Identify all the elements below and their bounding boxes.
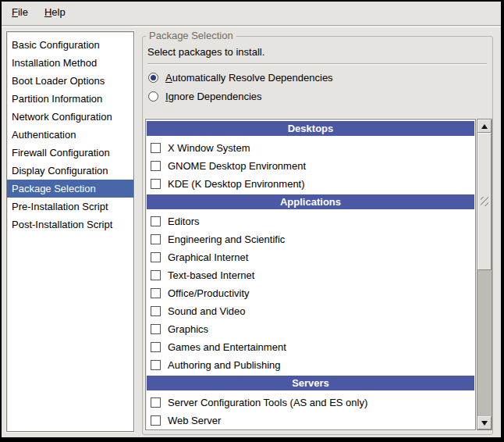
sidebar-item-package-selection[interactable]: Package Selection xyxy=(7,180,133,198)
package-selection-frame: Package Selection Select packages to ins… xyxy=(142,36,493,435)
package-label: Server Configuration Tools (AS and ES on… xyxy=(168,397,367,408)
package-row-graphical-internet[interactable]: Graphical Internet xyxy=(146,248,475,266)
sidebar-item-network-configuration[interactable]: Network Configuration xyxy=(7,108,133,126)
sidebar-item-display-configuration[interactable]: Display Configuration xyxy=(7,162,133,180)
checkbox-icon[interactable] xyxy=(151,143,161,153)
radio-button-icon[interactable] xyxy=(148,73,158,83)
package-row-gnome-desktop-environment[interactable]: GNOME Desktop Environment xyxy=(146,157,475,175)
package-row-sound-and-video[interactable]: Sound and Video xyxy=(146,302,475,320)
package-row-x-window-system[interactable]: X Window System xyxy=(146,139,475,157)
package-label: Authoring and Publishing xyxy=(168,359,281,371)
sidebar-item-partition-information[interactable]: Partition Information xyxy=(7,90,133,108)
package-label: Games and Entertainment xyxy=(168,341,286,353)
menu-file[interactable]: File xyxy=(5,2,37,25)
package-label: Graphical Internet xyxy=(168,251,248,263)
down-arrow-icon xyxy=(481,421,488,426)
radio-button-icon[interactable] xyxy=(148,91,158,102)
kickstart-configurator-window: FileHelp Basic ConfigurationInstallation… xyxy=(0,0,504,442)
package-label: Graphics xyxy=(168,323,208,335)
package-label: X Window System xyxy=(168,142,250,154)
package-label: Text-based Internet xyxy=(168,269,254,281)
package-row-editors[interactable]: Editors xyxy=(146,212,475,230)
package-row-games-and-entertainment[interactable]: Games and Entertainment xyxy=(146,338,475,356)
vertical-scrollbar[interactable] xyxy=(477,119,492,430)
checkbox-icon[interactable] xyxy=(151,270,161,280)
horizontal-separator xyxy=(147,63,487,65)
package-label: Web Server xyxy=(168,415,221,426)
scroll-up-button[interactable] xyxy=(477,119,492,133)
scrollbar-grip-icon xyxy=(481,197,488,206)
menu-help[interactable]: Help xyxy=(37,2,75,25)
checkbox-icon[interactable] xyxy=(151,360,161,370)
checkbox-icon[interactable] xyxy=(151,234,161,244)
section-header-desktops: Desktops xyxy=(147,121,474,136)
menu-bar-separator xyxy=(2,25,501,27)
checkbox-icon[interactable] xyxy=(151,216,161,226)
package-row-graphics[interactable]: Graphics xyxy=(146,320,475,338)
scroll-down-button[interactable] xyxy=(477,416,492,430)
package-label: Sound and Video xyxy=(168,305,246,317)
checkbox-icon[interactable] xyxy=(151,324,161,334)
package-row-text-based-internet[interactable]: Text-based Internet xyxy=(146,266,475,284)
radio-label: Ignore Dependencies xyxy=(165,91,262,102)
section-header-row: Desktops xyxy=(146,121,475,139)
package-label: Office/Productivity xyxy=(168,287,250,299)
package-label: KDE (K Desktop Environment) xyxy=(168,178,305,190)
checkbox-icon[interactable] xyxy=(151,288,161,298)
sidebar-item-post-installation-script[interactable]: Post-Installation Script xyxy=(7,216,133,233)
radio-label: Automatically Resolve Dependencies xyxy=(165,72,333,84)
package-row-authoring-and-publishing[interactable]: Authoring and Publishing xyxy=(146,356,475,374)
checkbox-icon[interactable] xyxy=(151,161,161,171)
package-group-list: DesktopsX Window SystemGNOME Desktop Env… xyxy=(145,119,476,430)
menu-bar: FileHelp xyxy=(2,2,501,25)
sidebar-item-boot-loader-options[interactable]: Boot Loader Options xyxy=(7,72,133,90)
checkbox-icon[interactable] xyxy=(151,342,161,352)
package-row-server-configuration-tools-as-and-es-only-[interactable]: Server Configuration Tools (AS and ES on… xyxy=(146,394,475,412)
sidebar-item-installation-method[interactable]: Installation Method xyxy=(7,54,133,72)
sidebar-item-basic-configuration[interactable]: Basic Configuration xyxy=(7,36,133,54)
package-label: Editors xyxy=(168,216,199,227)
section-header-applications: Applications xyxy=(147,194,474,209)
package-label: Engineering and Scientific xyxy=(168,233,285,245)
checkbox-icon[interactable] xyxy=(151,252,161,262)
section-header-row: Servers xyxy=(146,376,475,394)
scrollbar-thumb[interactable] xyxy=(477,133,492,270)
package-row-engineering-and-scientific[interactable]: Engineering and Scientific xyxy=(146,230,475,248)
radio-automatically-resolve-dependencies[interactable]: Automatically Resolve Dependencies xyxy=(148,70,333,85)
package-row-kde-k-desktop-environment-[interactable]: KDE (K Desktop Environment) xyxy=(146,175,475,193)
package-label: GNOME Desktop Environment xyxy=(168,160,306,172)
sidebar-item-authentication[interactable]: Authentication xyxy=(7,126,133,144)
sidebar-item-pre-installation-script[interactable]: Pre-Installation Script xyxy=(7,198,133,216)
package-row-web-server[interactable]: Web Server xyxy=(146,412,475,430)
up-arrow-icon xyxy=(481,124,488,129)
frame-title: Package Selection xyxy=(146,30,236,41)
section-header-row: Applications xyxy=(146,194,475,212)
sidebar-item-firewall-configuration[interactable]: Firewall Configuration xyxy=(7,144,133,162)
section-header-servers: Servers xyxy=(147,376,474,390)
checkbox-icon[interactable] xyxy=(151,397,161,408)
radio-ignore-dependencies[interactable]: Ignore Dependencies xyxy=(148,88,262,104)
checkbox-icon[interactable] xyxy=(151,415,161,426)
package-row-office-productivity[interactable]: Office/Productivity xyxy=(146,284,475,302)
instruction-text: Select packages to install. xyxy=(147,46,264,58)
checkbox-icon[interactable] xyxy=(151,306,161,316)
config-section-list: Basic ConfigurationInstallation MethodBo… xyxy=(6,31,134,432)
checkbox-icon[interactable] xyxy=(151,179,161,189)
